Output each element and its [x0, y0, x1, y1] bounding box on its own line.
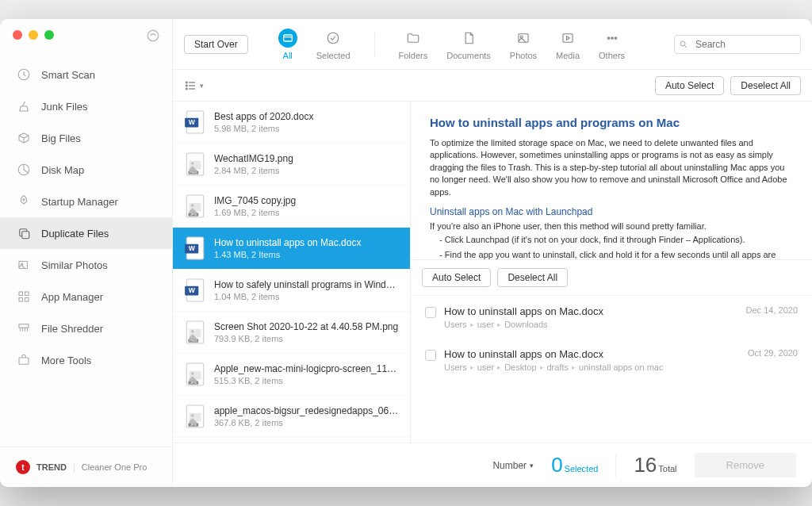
dup-deselect-all-button[interactable]: Deselect All — [497, 268, 568, 287]
svg-rect-14 — [283, 35, 292, 41]
minimize-window[interactable] — [29, 30, 38, 40]
toolbar: Start Over All Selected Folders Docum — [173, 19, 812, 70]
sidebar-item-startup-manager[interactable]: Startup Manager — [0, 186, 172, 217]
shredder-icon — [16, 320, 32, 336]
file-item[interactable]: JPGapple_macos-bigsur_redesignedapps_062… — [173, 396, 410, 438]
file-item[interactable]: WHow to uninstall apps on Mac.docx1.43 M… — [173, 228, 410, 270]
search-input[interactable] — [674, 35, 801, 54]
file-name: IMG_7045 copy.jpg — [214, 195, 399, 206]
file-meta: 1.69 MB, 2 items — [214, 208, 399, 217]
file-item[interactable]: WBest apps of 2020.docx5.98 MB, 2 items — [173, 102, 410, 144]
subtoolbar: ▾ Auto Select Deselect All — [173, 70, 812, 102]
duplicate-path: Users ▸ user ▸ Downloads — [444, 320, 738, 329]
box-icon — [16, 130, 32, 146]
tab-selected[interactable]: Selected — [316, 29, 350, 60]
svg-point-15 — [327, 33, 339, 44]
file-name: WechatIMG19.png — [214, 153, 399, 164]
close-window[interactable] — [13, 30, 22, 40]
svg-text:JPG: JPG — [190, 213, 197, 217]
svg-point-20 — [611, 36, 612, 38]
grid-icon — [16, 289, 32, 305]
maximize-window[interactable] — [44, 30, 54, 40]
file-list[interactable]: WBest apps of 2020.docx5.98 MB, 2 itemsP… — [173, 102, 411, 443]
content: WBest apps of 2020.docx5.98 MB, 2 itemsP… — [173, 102, 812, 443]
svg-rect-27 — [189, 85, 195, 86]
svg-text:W: W — [189, 118, 196, 126]
tab-photos[interactable]: Photos — [510, 29, 537, 60]
duplicate-list: How to uninstall apps on Mac.docxUsers ▸… — [411, 296, 812, 443]
sidebar-item-junk-files[interactable]: Junk Files — [0, 90, 172, 122]
others-icon — [603, 29, 622, 48]
sidebar-item-label: More Tools — [41, 355, 91, 366]
tab-others[interactable]: Others — [599, 29, 625, 60]
tab-label: Media — [556, 51, 580, 60]
tab-all[interactable]: All — [278, 29, 297, 60]
brand-name: Cleaner One Pro — [82, 462, 147, 472]
file-name: How to uninstall apps on Mac.docx — [214, 237, 399, 248]
file-meta: 367.8 KB, 2 items — [214, 418, 399, 427]
duplicate-checkbox[interactable] — [425, 350, 436, 361]
svg-text:JPG: JPG — [190, 381, 197, 385]
tab-media[interactable]: Media — [556, 29, 580, 60]
sidebar-item-smart-scan[interactable]: Smart Scan — [0, 59, 172, 90]
duplicate-icon — [16, 225, 32, 241]
duplicate-item: How to uninstall apps on Mac.docxUsers ▸… — [411, 339, 812, 381]
svg-point-3 — [23, 199, 25, 201]
sidebar: Smart Scan Junk Files Big Files Disk Map… — [0, 19, 173, 487]
duplicate-name: How to uninstall apps on Mac.docx — [444, 348, 740, 360]
preview-title: How to uninstall apps and programs on Ma… — [430, 116, 793, 129]
start-over-button[interactable]: Start Over — [184, 35, 248, 54]
duplicate-section: Auto Select Deselect All How to uninstal… — [411, 260, 812, 443]
sort-dropdown[interactable]: Number ▾ — [492, 460, 534, 471]
file-item[interactable]: PNGScreen Shot 2020-10-22 at 4.40.58 PM.… — [173, 312, 410, 354]
sidebar-item-label: Duplicate Files — [41, 228, 109, 240]
sidebar-item-app-manager[interactable]: App Manager — [0, 281, 172, 312]
svg-text:W: W — [189, 286, 196, 294]
tab-label: Folders — [399, 51, 428, 60]
dup-auto-select-button[interactable]: Auto Select — [422, 268, 491, 287]
sidebar-item-label: File Shredder — [41, 323, 103, 335]
duplicate-date: Oct 29, 2020 — [748, 348, 798, 358]
file-item[interactable]: JPGIMG_7045 copy.jpg1.69 MB, 2 items — [173, 186, 410, 228]
svg-point-34 — [191, 162, 193, 164]
document-icon — [459, 29, 478, 48]
sidebar-item-more-tools[interactable]: More Tools — [0, 344, 172, 376]
duplicate-toolbar: Auto Select Deselect All — [411, 260, 812, 296]
tab-documents[interactable]: Documents — [446, 29, 491, 60]
svg-point-19 — [607, 36, 609, 38]
sidebar-item-disk-map[interactable]: Disk Map — [0, 154, 172, 186]
remove-button[interactable]: Remove — [695, 453, 796, 477]
sidebar-item-duplicate-files[interactable]: Duplicate Files — [0, 217, 172, 249]
app-window: Smart Scan Junk Files Big Files Disk Map… — [0, 19, 812, 487]
tab-label: All — [283, 51, 293, 60]
sidebar-item-big-files[interactable]: Big Files — [0, 122, 172, 154]
svg-point-50 — [191, 330, 193, 332]
preview-paragraph: To optimize the limited storage space on… — [430, 137, 793, 198]
traffic-lights — [13, 30, 54, 40]
view-toggle[interactable]: ▾ — [184, 79, 204, 92]
dropdown-label: Number — [492, 460, 527, 471]
svg-rect-5 — [22, 232, 29, 239]
deselect-all-button[interactable]: Deselect All — [730, 76, 801, 95]
trend-logo-icon: t — [16, 460, 30, 474]
sidebar-item-label: Smart Scan — [41, 69, 95, 81]
file-item[interactable]: PNGWechatIMG19.png2.84 MB, 2 items — [173, 144, 410, 186]
auto-select-button[interactable]: Auto Select — [655, 76, 724, 95]
file-item[interactable]: WHow to safely uninstall programs in Win… — [173, 270, 410, 312]
sidebar-item-file-shredder[interactable]: File Shredder — [0, 312, 172, 344]
selected-icon — [324, 29, 343, 48]
sidebar-item-similar-photos[interactable]: Similar Photos — [0, 249, 172, 281]
tab-label: Selected — [316, 51, 350, 60]
svg-rect-9 — [25, 292, 29, 296]
preview-step: Find the app you want to uninstall, clic… — [439, 249, 793, 260]
file-meta: 2.84 MB, 2 items — [214, 166, 399, 175]
svg-point-0 — [147, 30, 159, 41]
tab-label: Others — [599, 51, 625, 60]
search-icon — [679, 40, 688, 49]
selected-count: 0 Selected — [551, 453, 598, 477]
duplicate-checkbox[interactable] — [425, 307, 436, 318]
file-item[interactable]: JPGApple_new-mac-mini-logicpro-screen_11… — [173, 354, 410, 396]
tab-folders[interactable]: Folders — [399, 29, 428, 60]
file-type-icon: W — [184, 278, 206, 303]
duplicate-date: Dec 14, 2020 — [746, 305, 798, 315]
